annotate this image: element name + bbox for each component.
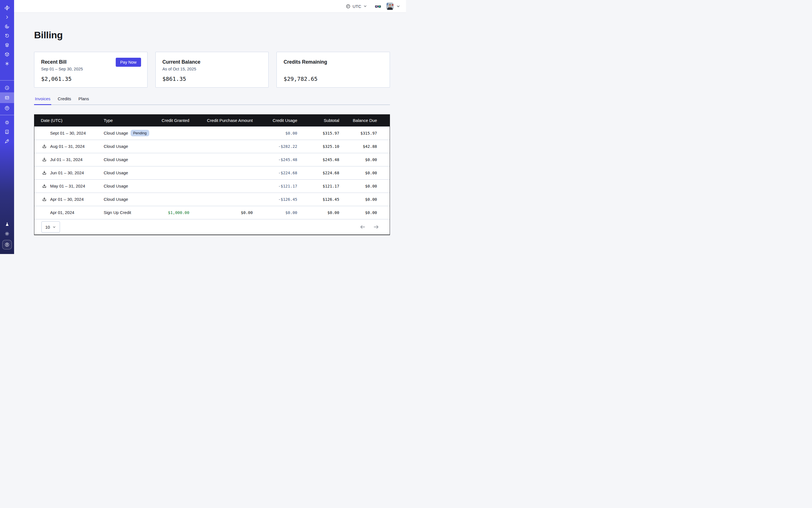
card-subtitle: Sep 01 – Sep 30, 2025: [41, 67, 140, 72]
card-subtitle: As of Oct 15, 2025: [163, 67, 262, 72]
balance-due-cell: $0.00: [350, 166, 390, 179]
main-content: Billing Recent Bill Sep 01 – Sep 30, 202…: [14, 30, 406, 235]
invoices-table: Date (UTC) Type Credit Granted Credit Pu…: [34, 114, 390, 235]
subtotal-cell: $224.68: [308, 166, 350, 179]
sidebar-item-docs[interactable]: [0, 127, 14, 136]
download-invoice-icon[interactable]: [42, 157, 47, 162]
sidebar-item-history[interactable]: [0, 31, 14, 40]
download-invoice-icon[interactable]: [42, 197, 47, 202]
invoice-type: Cloud Usage: [103, 131, 128, 135]
sidebar-item-collapse[interactable]: [0, 12, 14, 22]
credit-granted-cell: [160, 166, 200, 179]
sidebar-item-labs[interactable]: [0, 220, 14, 229]
balance-due-cell: $0.00: [350, 206, 390, 219]
invoice-date: Sept 01 – 30, 2024: [50, 131, 86, 135]
sidebar-item-usage[interactable]: [0, 83, 14, 92]
sidebar-item-getting-started[interactable]: [0, 136, 14, 145]
chevron-down-icon: [52, 225, 56, 229]
download-invoice-icon[interactable]: [42, 170, 47, 175]
credit-granted-cell: [160, 153, 200, 166]
tab-plans[interactable]: Plans: [78, 96, 90, 105]
chevron-right-icon: [5, 15, 9, 19]
credit-usage-cell: -$224.68: [263, 166, 308, 179]
history-timer-icon: [4, 33, 9, 38]
chevron-down-icon: [363, 4, 367, 8]
glasses-icon[interactable]: [375, 3, 381, 9]
subtotal-cell: $245.48: [308, 153, 350, 166]
invoice-type: Cloud Usage: [103, 157, 128, 162]
tab-invoices[interactable]: Invoices: [34, 96, 51, 105]
credit-granted-cell: [160, 140, 200, 153]
credit-usage-cell: $0.00: [263, 126, 308, 140]
credits-remaining-card: Credits Remaining $29,782.65: [276, 52, 390, 88]
observe-eye-icon: [4, 24, 9, 29]
credit-granted-cell: [160, 179, 200, 193]
settings-gear-icon: [4, 105, 9, 111]
rocket-icon: [4, 138, 9, 143]
sidebar-item-observe[interactable]: [0, 22, 14, 31]
balance-due-cell: $0.00: [350, 179, 390, 193]
balance-due-cell: $42.88: [350, 140, 390, 153]
billing-card-icon: [4, 95, 9, 100]
balance-due-cell: $0.00: [350, 193, 390, 206]
credits-button[interactable]: [2, 240, 12, 250]
invoice-date: Apr 01 – 30, 2024: [50, 197, 84, 202]
rows-per-page-value: 10: [45, 225, 50, 229]
cube-icon: [4, 52, 9, 57]
credit-purchase-amount-cell: [200, 166, 263, 179]
invoice-type: Cloud Usage: [103, 183, 128, 188]
credit-granted-cell: [160, 193, 200, 206]
sidebar-item-functions[interactable]: [0, 59, 14, 68]
column-header-subtotal: Subtotal: [308, 115, 350, 126]
download-invoice-icon[interactable]: [42, 144, 47, 149]
column-header-balance-due: Balance Due: [350, 115, 390, 126]
column-header-credit-purchase-amount: Credit Purchase Amount: [200, 115, 263, 126]
balance-due-cell: $0.00: [350, 153, 390, 166]
subtotal-cell: $315.97: [308, 126, 350, 140]
timezone-label: UTC: [352, 4, 361, 9]
topbar: UTC: [14, 0, 406, 13]
credit-purchase-amount-cell: [200, 153, 263, 166]
sidebar-item-theme[interactable]: [0, 229, 14, 238]
subtotal-cell: $121.17: [308, 179, 350, 193]
credit-purchase-amount-cell: [200, 140, 263, 153]
recent-bill-card: Recent Bill Sep 01 – Sep 30, 2025 $2,061…: [34, 52, 147, 88]
tab-credits[interactable]: Credits: [57, 96, 72, 105]
sidebar-item-logo[interactable]: [0, 3, 14, 12]
flask-icon: [5, 222, 9, 227]
column-header-type: Type: [101, 115, 160, 126]
next-page-button[interactable]: [373, 224, 379, 230]
balance-due-cell: $315.97: [350, 126, 390, 140]
timezone-select[interactable]: UTC: [346, 4, 367, 9]
dollar-seal-icon: [4, 242, 10, 248]
card-title: Current Balance: [163, 59, 262, 65]
rows-per-page-select[interactable]: 10: [41, 221, 60, 232]
credit-purchase-amount-cell: [200, 179, 263, 193]
sidebar-item-support[interactable]: [0, 118, 14, 127]
download-invoice-icon[interactable]: [42, 183, 47, 188]
subtotal-cell: $325.10: [308, 140, 350, 153]
recent-bill-amount: $2,061.35: [41, 76, 140, 82]
invoice-row: Jun 01 – 30, 2024 Cloud Usage -$224.68 $…: [34, 166, 390, 179]
invoice-row: Aug 01 – 31, 2024 Cloud Usage -$282.22 $…: [34, 140, 390, 153]
credit-usage-cell: -$245.48: [263, 153, 308, 166]
invoice-row: Apr 01, 2024 Sign Up Credit $1,000.00 $0…: [34, 206, 390, 219]
docs-book-icon: [4, 129, 9, 134]
invoice-type: Cloud Usage: [103, 144, 128, 149]
pay-now-button[interactable]: Pay Now: [116, 58, 141, 67]
summary-cards: Recent Bill Sep 01 – Sep 30, 2025 $2,061…: [34, 52, 390, 88]
invoice-row: Sept 01 – 30, 2024 Cloud UsagePending $0…: [34, 126, 390, 140]
credits-remaining-amount: $29,782.65: [284, 76, 383, 82]
sidebar-item-packages[interactable]: [0, 50, 14, 59]
previous-page-button[interactable]: [359, 224, 366, 230]
chevron-down-icon[interactable]: [396, 4, 400, 8]
invoice-row: Jul 01 – 31, 2024 Cloud Usage -$245.48 $…: [34, 153, 390, 166]
avatar[interactable]: [386, 3, 394, 10]
sidebar-item-billing[interactable]: [0, 92, 14, 103]
sidebar-item-layers[interactable]: [0, 40, 14, 50]
current-balance-card: Current Balance As of Oct 15, 2025 $861.…: [156, 52, 269, 88]
sidebar-item-settings[interactable]: [0, 103, 14, 112]
credit-purchase-amount-cell: [200, 126, 263, 140]
column-header-credit-usage: Credit Usage: [263, 115, 308, 126]
card-subtitle: [284, 67, 383, 72]
